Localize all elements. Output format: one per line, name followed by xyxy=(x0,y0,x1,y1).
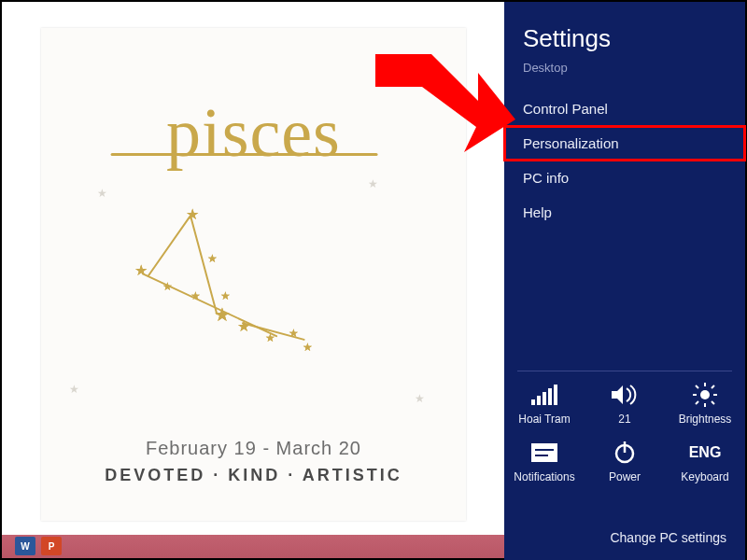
change-pc-settings-link[interactable]: Change PC settings xyxy=(610,530,726,545)
taskbar-app-powerpoint[interactable]: P xyxy=(41,537,62,555)
tile-power[interactable]: Power xyxy=(585,439,665,483)
tile-volume[interactable]: 21 xyxy=(585,381,665,426)
settings-item-help[interactable]: Help xyxy=(504,195,745,230)
tile-keyboard-label: Keyboard xyxy=(665,470,745,483)
svg-line-11 xyxy=(696,385,698,388)
power-icon xyxy=(585,439,665,467)
tile-network[interactable]: Hoai Tram xyxy=(504,381,585,426)
notifications-icon xyxy=(504,439,585,467)
settings-subtitle: Desktop xyxy=(504,61,745,75)
settings-item-pc-info[interactable]: PC info xyxy=(504,161,745,195)
svg-rect-15 xyxy=(531,443,557,462)
svg-marker-5 xyxy=(612,385,623,404)
svg-line-13 xyxy=(712,385,714,388)
svg-line-14 xyxy=(696,401,698,404)
wallpaper-date-range: February 19 - March 20 xyxy=(41,438,466,459)
svg-rect-0 xyxy=(531,399,535,405)
tile-keyboard[interactable]: ENG Keyboard xyxy=(665,439,745,483)
settings-item-control-panel[interactable]: Control Panel xyxy=(504,91,745,126)
svg-rect-4 xyxy=(554,385,557,405)
tile-notifications-label: Notifications xyxy=(504,470,585,483)
wallpaper-pisces: pisces ★ ★ ★ ★ ★ ★ ★ ★ ★ ★ ★ ★ xyxy=(41,28,466,521)
taskbar-app-word[interactable]: W xyxy=(15,537,35,555)
svg-rect-1 xyxy=(537,396,541,405)
tile-volume-label: 21 xyxy=(585,413,665,426)
wallpaper-traits: DEVOTED · KIND · ARTISTIC xyxy=(41,466,466,485)
volume-icon xyxy=(585,381,665,409)
svg-rect-2 xyxy=(543,392,546,405)
brightness-icon xyxy=(665,381,745,409)
svg-line-12 xyxy=(712,401,714,404)
settings-title: Settings xyxy=(504,24,745,53)
tile-notifications[interactable]: Notifications xyxy=(504,439,585,483)
tile-power-label: Power xyxy=(585,470,665,483)
svg-rect-16 xyxy=(535,449,554,451)
network-bars-icon xyxy=(504,381,585,409)
settings-quick-tiles: Hoai Tram 21 xyxy=(504,381,745,483)
svg-rect-17 xyxy=(535,455,548,456)
desktop-area: pisces ★ ★ ★ ★ ★ ★ ★ ★ ★ ★ ★ ★ xyxy=(2,2,506,539)
tile-brightness-label: Brightness xyxy=(665,413,745,426)
settings-charm-panel: Settings Desktop Control Panel Personali… xyxy=(504,2,745,560)
settings-divider xyxy=(517,371,732,371)
svg-point-6 xyxy=(700,390,710,399)
settings-item-personalization[interactable]: Personalization xyxy=(504,126,745,161)
svg-rect-3 xyxy=(548,388,552,405)
keyboard-lang-icon: ENG xyxy=(665,439,745,467)
taskbar: W P xyxy=(2,535,506,558)
tile-network-label: Hoai Tram xyxy=(504,413,585,426)
wallpaper-title: pisces xyxy=(166,93,341,173)
tile-brightness[interactable]: Brightness xyxy=(665,381,745,426)
constellation-graphic: ★ ★ ★ ★ ★ ★ ★ ★ ★ ★ ★ ★ ★ ★ ★ xyxy=(134,205,377,364)
